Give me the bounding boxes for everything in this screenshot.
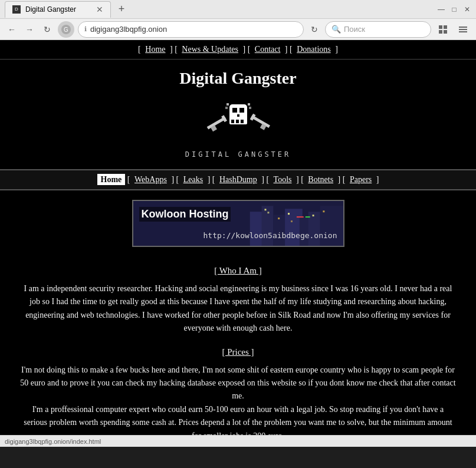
banner-title: Kowloon Hosting <box>139 207 231 222</box>
site-title: Digital Gangster <box>0 60 476 93</box>
svg-rect-3 <box>444 25 447 29</box>
url-text: digigang3lbqpfig.onion <box>90 25 297 34</box>
skull-logo <box>203 98 274 146</box>
prices-title: [ Prices ] <box>20 345 457 359</box>
main-navigation: Home [ WebApps ] [ Leaks ] [ HashDump ] … <box>0 169 476 190</box>
top-navigation: [ Home ] [ News & Updates ] [ Contact ] … <box>0 40 476 60</box>
reload-button[interactable]: ↻ <box>40 22 54 37</box>
forward-button[interactable]: → <box>22 22 37 37</box>
status-bar: digigang3lbqpfig.onion/index.html <box>0 435 476 447</box>
svg-rect-24 <box>248 103 250 106</box>
browser-chrome: D Digital Gangster ✕ + — □ ✕ ← → ↻ G ℹ d… <box>0 0 476 40</box>
extensions-button[interactable] <box>435 21 451 38</box>
tab-close-button[interactable]: ✕ <box>96 5 103 14</box>
nav-papers-link[interactable]: Papers <box>350 175 372 184</box>
svg-rect-38 <box>288 213 290 215</box>
logo-area: DIGITAL GANGSTER <box>0 93 476 164</box>
nav-leaks-link[interactable]: Leaks <box>183 175 203 184</box>
svg-rect-17 <box>232 108 237 113</box>
search-placeholder: Поиск <box>344 25 365 34</box>
svg-rect-21 <box>236 120 239 123</box>
maximize-button[interactable]: □ <box>450 5 458 14</box>
svg-rect-5 <box>444 30 447 34</box>
svg-rect-20 <box>231 120 234 123</box>
svg-rect-35 <box>264 209 266 210</box>
nav-hashdump-link[interactable]: HashDump <box>219 175 257 184</box>
nav-botnets-link[interactable]: Botnets <box>308 175 333 184</box>
new-tab-button[interactable]: + <box>113 1 130 18</box>
window-controls: — □ ✕ <box>437 5 471 14</box>
security-icon: ℹ <box>84 25 87 33</box>
site-icon: G <box>58 21 74 38</box>
svg-rect-22 <box>241 120 244 123</box>
status-url: digigang3lbqpfig.onion/index.html <box>5 438 101 445</box>
nav-donations-link[interactable]: Donations <box>297 45 331 54</box>
svg-rect-41 <box>323 210 324 212</box>
svg-rect-40 <box>312 215 314 216</box>
navigation-bar: ← → ↻ G ℹ digigang3lbqpfig.onion ↻ 🔍 Пои… <box>0 19 476 40</box>
bracket-open: [ <box>138 45 143 54</box>
svg-rect-42 <box>296 216 303 217</box>
svg-rect-2 <box>439 25 442 29</box>
tab-title: Digital Gangster <box>25 5 76 14</box>
browser-tab[interactable]: D Digital Gangster ✕ <box>5 1 111 18</box>
svg-rect-8 <box>459 31 467 32</box>
svg-rect-39 <box>291 220 293 222</box>
svg-rect-25 <box>225 107 228 109</box>
kowloon-banner[interactable]: Kowloon Hosting http://kowloon5aibdbege.… <box>132 200 344 247</box>
main-content: [ Who I Am ] I am a independent security… <box>8 263 468 435</box>
url-bar[interactable]: ℹ digigang3lbqpfig.onion <box>78 21 304 38</box>
banner-area: Kowloon Hosting http://kowloon5aibdbege.… <box>0 195 476 254</box>
svg-rect-18 <box>239 108 244 113</box>
menu-button[interactable] <box>455 21 471 38</box>
svg-text:G: G <box>64 27 68 33</box>
search-icon: 🔍 <box>331 25 341 34</box>
prices-text: I'm not doing this to make a few bucks h… <box>20 364 457 435</box>
tab-favicon: D <box>12 5 21 14</box>
svg-rect-36 <box>267 212 269 213</box>
minimize-button[interactable]: — <box>437 5 445 14</box>
search-bar[interactable]: 🔍 Поиск <box>325 21 431 38</box>
svg-rect-7 <box>459 29 467 30</box>
close-window-button[interactable]: ✕ <box>463 5 471 14</box>
nav-news-link[interactable]: News & Updates <box>182 45 238 54</box>
svg-rect-6 <box>459 27 467 28</box>
svg-rect-26 <box>249 107 251 109</box>
svg-rect-4 <box>439 30 442 34</box>
nav-tools-link[interactable]: Tools <box>274 175 292 184</box>
refresh-button[interactable]: ↻ <box>307 22 321 37</box>
nav-contact-link[interactable]: Contact <box>255 45 281 54</box>
back-button[interactable]: ← <box>5 22 19 37</box>
svg-rect-43 <box>305 216 310 217</box>
nav-home-link[interactable]: Home <box>145 45 165 54</box>
who-am-i-text: I am a independent security researcher. … <box>20 282 457 335</box>
svg-rect-23 <box>226 103 229 106</box>
svg-rect-19 <box>237 114 239 117</box>
title-bar: D Digital Gangster ✕ + — □ ✕ <box>0 0 476 19</box>
svg-rect-37 <box>278 217 280 219</box>
banner-url: http://kowloon5aibdbege.onion <box>203 231 337 240</box>
website-content: [ Home ] [ News & Updates ] [ Contact ] … <box>0 40 476 435</box>
logo-text: DIGITAL GANGSTER <box>0 150 476 159</box>
who-am-i-title: [ Who I Am ] <box>20 263 457 278</box>
nav-webapps-link[interactable]: WebApps <box>134 175 167 184</box>
nav-home-active[interactable]: Home <box>97 174 126 185</box>
